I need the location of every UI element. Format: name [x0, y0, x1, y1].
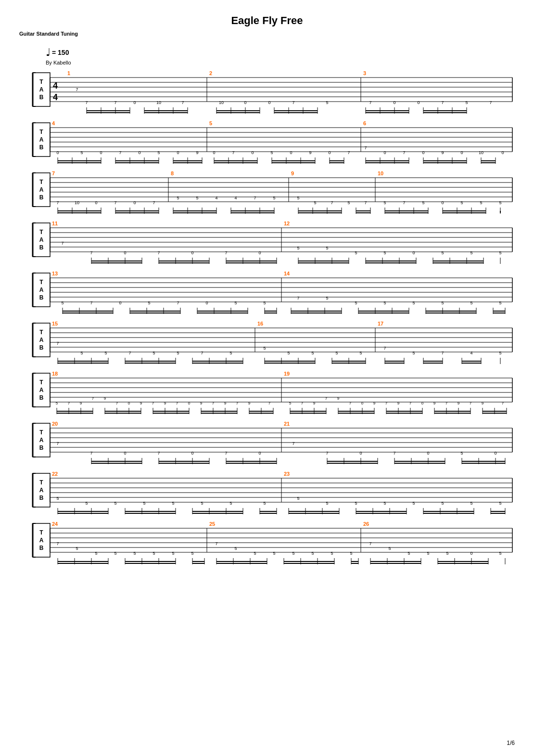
svg-text:7: 7: [268, 401, 271, 405]
svg-text:9: 9: [164, 401, 166, 405]
svg-text:5: 5: [234, 546, 237, 551]
svg-text:5: 5: [273, 196, 275, 200]
svg-text:7: 7: [403, 200, 405, 205]
svg-text:7: 7: [292, 100, 294, 105]
svg-text:7: 7: [68, 401, 70, 405]
svg-text:5: 5: [172, 551, 174, 556]
svg-text:5: 5: [114, 551, 116, 556]
svg-text:7: 7: [153, 200, 155, 205]
svg-text:A: A: [39, 437, 44, 443]
svg-text:7: 7: [56, 341, 59, 346]
svg-text:10: 10: [479, 150, 483, 155]
svg-text:5: 5: [153, 551, 155, 556]
svg-text:5: 5: [114, 501, 116, 506]
svg-text:7: 7: [56, 200, 59, 205]
svg-text:0: 0: [460, 150, 463, 155]
svg-text:5: 5: [470, 300, 472, 305]
svg-text:9: 9: [313, 401, 316, 405]
svg-text:7: 7: [114, 100, 116, 105]
system-3: T A B 7 8 9 10 7 10 0 7 0 7 5 5 4 4 7 5 …: [19, 170, 515, 219]
svg-text:7: 7: [225, 451, 227, 456]
svg-text:9: 9: [196, 150, 198, 155]
svg-text:0: 0: [128, 401, 130, 405]
svg-text:7: 7: [92, 396, 94, 401]
svg-text:0: 0: [138, 150, 140, 155]
svg-text:5: 5: [297, 496, 299, 501]
svg-text:7: 7: [90, 300, 92, 305]
svg-text:0: 0: [361, 401, 364, 405]
svg-text:7: 7: [119, 150, 121, 155]
svg-text:7: 7: [176, 401, 178, 405]
svg-text:5: 5: [95, 551, 97, 556]
svg-text:5: 5: [350, 551, 352, 556]
svg-text:5: 5: [383, 250, 386, 255]
svg-text:5: 5: [263, 501, 266, 506]
svg-text:B: B: [39, 444, 44, 451]
svg-text:5: 5: [480, 200, 482, 205]
svg-text:T: T: [39, 379, 43, 386]
svg-text:0: 0: [470, 551, 472, 556]
svg-text:A: A: [39, 86, 44, 93]
svg-text:7: 7: [128, 351, 131, 355]
svg-text:5: 5: [331, 551, 333, 556]
svg-text:4: 4: [53, 81, 58, 91]
svg-text:5: 5: [499, 300, 501, 305]
svg-text:5: 5: [292, 551, 294, 556]
svg-text:B: B: [39, 94, 44, 101]
svg-text:5: 5: [157, 150, 160, 155]
svg-text:0: 0: [501, 150, 504, 155]
svg-text:7: 7: [325, 396, 328, 401]
svg-text:B: B: [39, 344, 44, 351]
svg-text:B: B: [39, 294, 44, 301]
svg-text:7: 7: [502, 401, 504, 405]
svg-text:9: 9: [458, 401, 460, 405]
svg-text:5: 5: [388, 546, 391, 551]
system-10: T A B 24 25 26 7 5 5 5 5 5 5 5 7 5 5 5 5…: [19, 521, 515, 569]
svg-text:0: 0: [422, 150, 424, 155]
svg-text:5: 5: [427, 551, 429, 556]
svg-text:T: T: [39, 429, 43, 436]
svg-text:5: 5: [133, 551, 136, 556]
svg-text:7: 7: [297, 296, 299, 300]
svg-text:24: 24: [52, 521, 58, 527]
svg-text:5: 5: [441, 501, 444, 506]
svg-text:7: 7: [369, 100, 371, 105]
svg-text:23: 23: [284, 471, 290, 477]
svg-text:9: 9: [441, 150, 444, 155]
svg-text:5: 5: [326, 100, 328, 105]
svg-text:5: 5: [412, 501, 415, 506]
page-title: Eagle Fly Free: [19, 14, 515, 27]
svg-text:5: 5: [499, 501, 501, 506]
svg-text:5: 5: [412, 351, 415, 355]
system-8: T A B 20 21 7 7 0 7 0 7 0 7 7 0 7 0 5 0: [19, 421, 515, 469]
svg-text:7: 7: [85, 100, 88, 105]
svg-text:9: 9: [309, 150, 311, 155]
svg-text:7: 7: [441, 100, 444, 105]
svg-text:5: 5: [355, 250, 357, 255]
svg-text:10: 10: [156, 100, 161, 105]
svg-text:0: 0: [328, 150, 331, 155]
svg-text:0: 0: [213, 150, 215, 155]
system-5: T A B 13 14 5 7 0 5 7 0 5 5 7 5 5 5 5 5 …: [19, 271, 515, 319]
svg-text:4: 4: [215, 196, 217, 200]
svg-text:A: A: [39, 387, 44, 393]
svg-text:7: 7: [347, 150, 350, 155]
svg-text:7: 7: [90, 451, 92, 456]
svg-text:5: 5: [148, 300, 150, 305]
svg-text:14: 14: [284, 271, 290, 276]
svg-text:0: 0: [417, 100, 420, 105]
svg-text:7: 7: [157, 250, 160, 255]
svg-text:9: 9: [291, 170, 294, 176]
svg-text:2: 2: [209, 70, 212, 76]
system-2: T A B 4 5 6 0 5 0 7 0 5 0 9 0 7 0 5 0 9 …: [19, 120, 515, 169]
svg-text:7: 7: [445, 401, 448, 405]
svg-text:7: 7: [157, 451, 160, 456]
svg-text:5: 5: [460, 451, 463, 456]
svg-text:0: 0: [56, 150, 59, 155]
svg-text:7: 7: [177, 300, 179, 305]
svg-text:0: 0: [133, 200, 136, 205]
svg-text:5: 5: [441, 300, 444, 305]
svg-text:7: 7: [152, 401, 154, 405]
svg-text:5: 5: [80, 351, 83, 355]
svg-text:4: 4: [52, 120, 55, 126]
